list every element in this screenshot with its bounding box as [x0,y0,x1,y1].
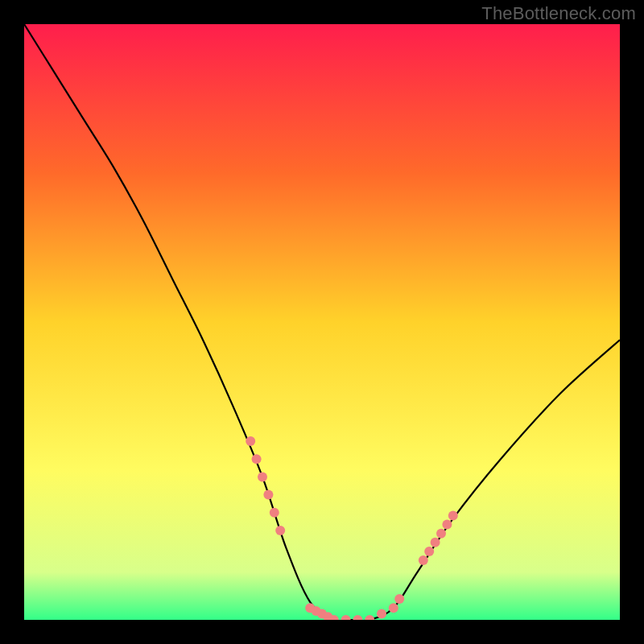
watermark-text: TheBottleneck.com [481,3,636,24]
highlight-dot [263,490,273,500]
highlight-dot [431,538,440,547]
bottleneck-chart [24,24,620,620]
highlight-dot [377,609,386,619]
highlight-dot [246,436,255,446]
highlight-dot [394,594,404,604]
highlight-dot [442,520,452,530]
chart-frame: TheBottleneck.com [0,0,644,644]
highlight-dot [389,603,398,613]
highlight-dot [270,508,279,518]
gradient-background [24,24,620,620]
plot-area [24,24,620,620]
highlight-dot [252,454,262,464]
highlight-dot [436,529,446,539]
highlight-dot [419,555,428,565]
highlight-dot [275,526,285,535]
highlight-dot [258,472,267,481]
highlight-dot [448,511,458,521]
highlight-dot [424,547,434,556]
